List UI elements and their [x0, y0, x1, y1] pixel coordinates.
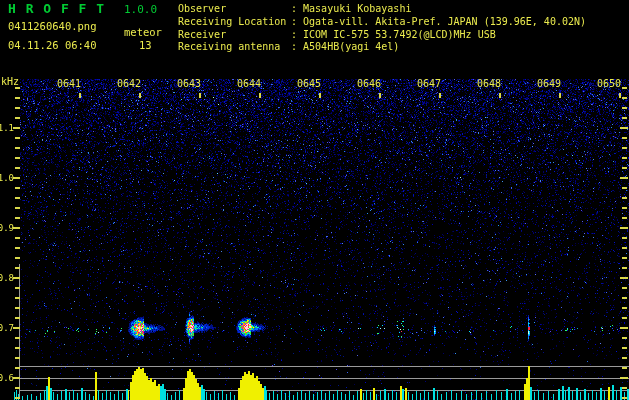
frequency-tick-label: 0.6 — [0, 373, 14, 383]
station-info-separator: : — [291, 3, 303, 14]
station-info-row: Receiver: ICOM IC-575 53.7492(@LCD)MHz U… — [178, 29, 586, 42]
time-tick-label: 0648 — [467, 78, 501, 89]
time-tick-label: 0645 — [287, 78, 321, 89]
station-info-separator: : — [291, 41, 303, 52]
observation-datetime: 04.11.26 06:40 — [8, 40, 97, 52]
time-tick-label: 0646 — [347, 78, 381, 89]
app-title: H R O F F T — [8, 2, 105, 16]
time-tick-label: 0649 — [527, 78, 561, 89]
time-tick-label: 0647 — [407, 78, 441, 89]
station-info-label: Receiving antenna — [178, 41, 291, 54]
time-tick-label: 0641 — [47, 78, 81, 89]
station-info-label: Receiver — [178, 29, 291, 42]
station-info-value: A504HB(yagi 4el) — [303, 41, 399, 52]
station-info-value: ICOM IC-575 53.7492(@LCD)MHz USB — [303, 29, 496, 40]
time-tick-label: 0650 — [587, 78, 621, 89]
station-info-value: Masayuki Kobayashi — [303, 3, 411, 14]
y-axis-unit-label: kHz — [1, 76, 19, 87]
station-info-separator: : — [291, 16, 303, 27]
app-version: 1.0.0 — [124, 4, 157, 16]
spectrogram-canvas — [0, 0, 629, 400]
station-info-label: Receiving Location — [178, 16, 291, 29]
station-info-label: Observer — [178, 3, 291, 16]
station-info-value: Ogata-vill. Akita-Pref. JAPAN (139.96E, … — [303, 16, 586, 27]
hrofft-window: H R O F F T 1.0.0 0411260640.png meteor … — [0, 0, 629, 400]
observation-mode: meteor — [124, 27, 162, 39]
station-info-separator: : — [291, 29, 303, 40]
time-tick-label: 0643 — [167, 78, 201, 89]
station-info-row: Receiving Location: Ogata-vill. Akita-Pr… — [178, 16, 586, 29]
frequency-tick-label: 0.7 — [0, 323, 14, 333]
station-info-row: Observer: Masayuki Kobayashi — [178, 3, 586, 16]
frequency-tick-label: 0.8 — [0, 273, 14, 283]
frequency-tick-label: 1.0 — [0, 173, 14, 183]
output-filename: 0411260640.png — [8, 21, 97, 33]
meteor-count: 13 — [139, 40, 152, 52]
station-info-row: Receiving antenna: A504HB(yagi 4el) — [178, 41, 586, 54]
time-tick-label: 0642 — [107, 78, 141, 89]
frequency-tick-label: 1.1 — [0, 123, 14, 133]
station-info: Observer: Masayuki Kobayashi Receiving L… — [178, 3, 586, 54]
frequency-tick-label: 0.9 — [0, 223, 14, 233]
time-tick-label: 0644 — [227, 78, 261, 89]
